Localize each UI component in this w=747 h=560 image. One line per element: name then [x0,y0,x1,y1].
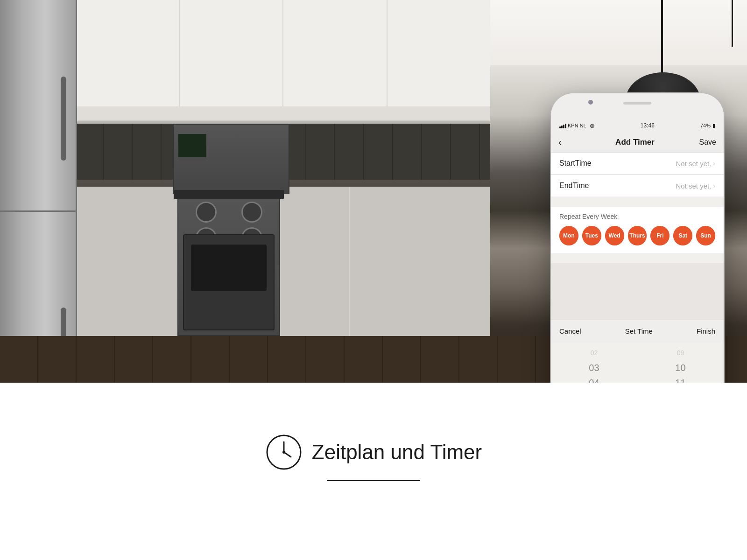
burner [196,202,217,223]
start-time-value: Not set yet. › [676,160,715,168]
time-scroll-area: 02 03 04 05 06 09 10 11 12 [551,343,724,383]
app-header: ‹ Add Timer Save [551,132,724,153]
day-wed[interactable]: Wed [605,226,624,245]
hour-03: 03 [589,361,599,374]
chevron-right-icon: › [713,160,715,167]
section-gap-2 [551,253,724,263]
chevron-right-icon2: › [713,182,715,189]
bottom-section: Zeitplan und Timer [0,383,747,532]
pendant-cord-right [661,0,663,75]
phone-speaker [623,102,651,105]
battery-icon: ▮ [712,123,715,129]
day-sun[interactable]: Sun [696,226,715,245]
phone-outer: KPN NL ⊜ 13:46 74% ▮ ‹ Add Timer Sa [551,93,724,383]
bottom-title: Zeitplan und Timer [312,441,482,464]
end-time-value: Not set yet. › [676,182,715,190]
signal-bar-4 [565,124,566,128]
day-sat[interactable]: Sat [673,226,692,245]
phone-mockup: KPN NL ⊜ 13:46 74% ▮ ‹ Add Timer Sa [551,93,724,383]
days-row: Mon Tues Wed Thurs Fri Sat Sun [559,226,715,245]
upper-cabinets [75,0,490,121]
header-title: Add Timer [572,138,698,147]
phone-top [551,93,724,119]
status-bar: KPN NL ⊜ 13:46 74% ▮ [551,119,724,132]
refrigerator [0,0,77,383]
min-11: 11 [675,376,685,383]
burner [241,202,262,223]
fridge-handle-top [61,77,66,161]
repeat-label: Repeat Every Week [559,213,715,220]
cancel-button[interactable]: Cancel [559,327,581,335]
signal-bar-3 [563,125,564,128]
day-thurs[interactable]: Thurs [628,226,647,245]
oven-window [191,245,267,291]
hour-02: 02 [591,346,598,359]
pendant-cord-right2 [732,0,733,47]
status-left: KPN NL ⊜ [559,122,595,129]
hours-column: 02 03 04 05 06 [588,346,600,383]
signal-bar-2 [561,126,563,128]
status-time: 13:46 [641,122,655,129]
main-container: KPN NL ⊜ 13:46 74% ▮ ‹ Add Timer Sa [0,0,747,560]
bottom-divider [327,480,420,481]
back-button[interactable]: ‹ [558,137,572,147]
day-tues[interactable]: Tues [582,226,601,245]
bottom-toolbar: Cancel Set Time Finish [551,319,724,343]
signal-bar-1 [559,126,561,128]
day-mon[interactable]: Mon [559,226,578,245]
repeat-section: Repeat Every Week Mon Tues Wed Thurs Fri… [551,207,724,253]
fridge-seam [0,210,76,212]
minutes-column: 09 10 11 12 13 [674,346,687,383]
hour-04: 04 [589,376,599,383]
save-button[interactable]: Save [698,138,716,147]
carrier-label: KPN NL [568,123,586,128]
phone-screen: ‹ Add Timer Save StartTime Not set yet. … [551,132,724,383]
microwave [173,124,289,194]
stove-top [174,190,284,199]
phone-camera [588,100,593,105]
start-time-row[interactable]: StartTime Not set yet. › [551,153,724,175]
finish-button[interactable]: Finish [697,327,715,335]
start-time-label: StartTime [559,159,592,168]
section-gap-1 [551,197,724,207]
oven-door [183,234,275,330]
app-content: StartTime Not set yet. › EndTime Not set… [551,153,724,383]
min-10: 10 [675,361,685,374]
svg-point-3 [282,451,285,454]
stove [177,196,280,336]
time-picker-area [551,263,724,319]
end-time-label: EndTime [559,182,589,190]
end-time-row[interactable]: EndTime Not set yet. › [551,175,724,196]
clock-icon [265,434,303,471]
day-fri[interactable]: Fri [650,226,669,245]
status-right: 74% ▮ [700,123,715,129]
bottom-icon-row: Zeitplan und Timer [265,434,482,471]
wifi-icon: ⊜ [590,122,595,129]
min-09: 09 [677,346,684,359]
microwave-display [178,134,206,157]
signal-bars [559,123,566,128]
set-time-button[interactable]: Set Time [625,327,653,335]
battery-level: 74% [700,123,711,128]
kitchen-photo: KPN NL ⊜ 13:46 74% ▮ ‹ Add Timer Sa [0,0,747,383]
